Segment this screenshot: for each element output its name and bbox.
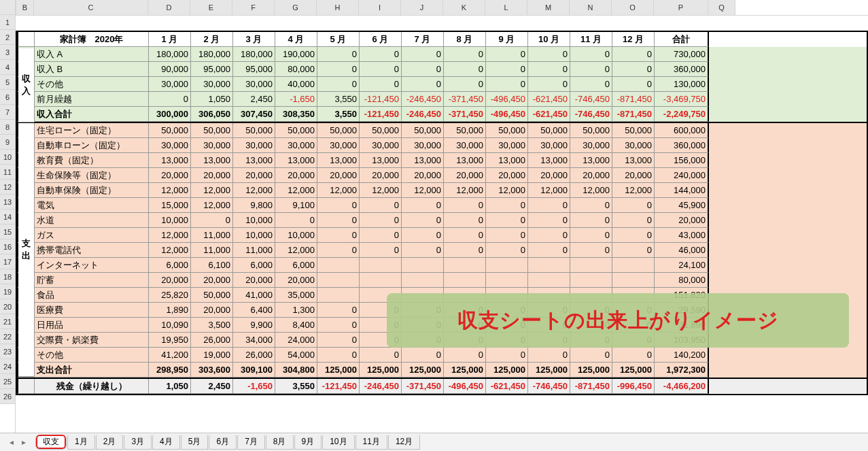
data-cell[interactable]: 0 <box>570 228 612 243</box>
data-cell[interactable]: 19,000 <box>191 348 233 363</box>
data-cell[interactable]: 303,600 <box>191 363 233 378</box>
data-cell[interactable]: 304,800 <box>275 363 317 378</box>
data-cell[interactable]: 0 <box>612 228 655 243</box>
data-cell[interactable]: 20,000 <box>275 168 317 183</box>
row-total-cell[interactable]: 140,200 <box>655 348 709 363</box>
balance-total[interactable]: -4,466,200 <box>655 379 709 394</box>
data-cell[interactable]: 50,000 <box>444 123 486 138</box>
row-header[interactable]: 5 <box>0 75 15 90</box>
data-cell[interactable]: 0 <box>402 47 444 62</box>
data-cell[interactable]: 13,000 <box>570 153 612 168</box>
data-cell[interactable]: 30,000 <box>612 138 655 153</box>
data-cell[interactable]: 0 <box>486 243 528 258</box>
balance-cell[interactable]: -871,450 <box>570 379 612 394</box>
row-header[interactable]: 10 <box>0 150 15 165</box>
data-cell[interactable]: 12,000 <box>317 183 360 198</box>
row-total-cell[interactable]: 360,000 <box>655 138 709 153</box>
data-cell[interactable]: 0 <box>444 228 486 243</box>
data-cell[interactable]: 30,000 <box>486 138 528 153</box>
data-cell[interactable]: 180,000 <box>149 47 191 62</box>
row-total-cell[interactable]: 43,000 <box>655 228 709 243</box>
data-cell[interactable]: 0 <box>444 348 486 363</box>
data-cell[interactable]: 0 <box>612 62 655 77</box>
data-cell[interactable]: 125,000 <box>317 363 360 378</box>
data-cell[interactable]: 12,000 <box>233 183 275 198</box>
balance-cell[interactable]: -121,450 <box>317 379 360 394</box>
data-cell[interactable]: 20,000 <box>233 168 275 183</box>
data-cell[interactable]: 30,000 <box>191 77 233 92</box>
balance-cell[interactable]: -1,650 <box>233 379 275 394</box>
row-total-cell[interactable]: 240,000 <box>655 168 709 183</box>
data-cell[interactable] <box>402 273 444 288</box>
row-header[interactable]: 7 <box>0 105 15 120</box>
data-cell[interactable]: 20,000 <box>191 273 233 288</box>
data-cell[interactable]: 20,000 <box>191 303 233 318</box>
balance-cell[interactable]: -996,450 <box>612 379 655 394</box>
row-header[interactable]: 8 <box>0 120 15 135</box>
data-cell[interactable]: 50,000 <box>360 123 402 138</box>
data-cell[interactable]: 50,000 <box>486 123 528 138</box>
balance-cell[interactable]: 3,550 <box>275 379 317 394</box>
data-cell[interactable]: 15,000 <box>149 198 191 213</box>
data-cell[interactable]: 125,000 <box>486 363 528 378</box>
data-cell[interactable]: 0 <box>360 77 402 92</box>
data-cell[interactable]: 20,000 <box>360 168 402 183</box>
data-cell[interactable]: 125,000 <box>528 363 570 378</box>
data-cell[interactable]: 300,000 <box>149 107 191 122</box>
row-header[interactable]: 21 <box>0 314 15 329</box>
data-cell[interactable]: 0 <box>444 243 486 258</box>
sheet-tab[interactable]: 12月 <box>388 435 420 450</box>
data-cell[interactable] <box>570 273 612 288</box>
data-cell[interactable]: 0 <box>528 198 570 213</box>
row-header[interactable]: 23 <box>0 344 15 359</box>
data-cell[interactable]: 0 <box>275 213 317 228</box>
col-header[interactable]: I <box>359 0 401 15</box>
data-cell[interactable]: -371,450 <box>444 92 486 107</box>
sheet-tab[interactable]: 3月 <box>124 435 152 450</box>
data-cell[interactable]: 20,000 <box>402 168 444 183</box>
data-cell[interactable]: 0 <box>612 348 655 363</box>
sheet-tab[interactable]: 4月 <box>152 435 180 450</box>
data-cell[interactable]: -121,450 <box>360 92 402 107</box>
data-cell[interactable]: 0 <box>402 348 444 363</box>
data-cell[interactable]: 12,000 <box>275 183 317 198</box>
row-total-cell[interactable]: 20,000 <box>655 213 709 228</box>
data-cell[interactable]: -496,450 <box>486 107 528 122</box>
data-cell[interactable]: 50,000 <box>528 123 570 138</box>
data-cell[interactable]: 12,000 <box>191 183 233 198</box>
data-cell[interactable]: 12,000 <box>149 228 191 243</box>
data-cell[interactable]: 13,000 <box>317 153 360 168</box>
data-cell[interactable]: 12,000 <box>402 183 444 198</box>
col-header[interactable]: P <box>654 0 708 15</box>
row-header[interactable]: 6 <box>0 90 15 105</box>
row-total-cell[interactable]: 360,000 <box>655 62 709 77</box>
data-cell[interactable]: 0 <box>317 62 360 77</box>
data-cell[interactable] <box>612 258 655 273</box>
row-header[interactable]: 18 <box>0 269 15 284</box>
data-cell[interactable]: 80,000 <box>275 62 317 77</box>
data-cell[interactable]: 50,000 <box>612 123 655 138</box>
data-cell[interactable]: 0 <box>317 47 360 62</box>
col-header[interactable]: F <box>232 0 275 15</box>
data-cell[interactable]: 0 <box>360 198 402 213</box>
balance-cell[interactable]: -246,450 <box>360 379 402 394</box>
data-cell[interactable]: 40,000 <box>275 77 317 92</box>
data-cell[interactable] <box>317 273 360 288</box>
data-cell[interactable]: 13,000 <box>444 153 486 168</box>
sheet-tab[interactable]: 5月 <box>181 435 209 450</box>
data-cell[interactable]: 12,000 <box>570 183 612 198</box>
balance-cell[interactable]: -746,450 <box>528 379 570 394</box>
data-cell[interactable]: 0 <box>360 213 402 228</box>
data-cell[interactable]: 6,000 <box>233 258 275 273</box>
data-cell[interactable]: 0 <box>317 333 360 348</box>
col-header[interactable]: Q <box>708 0 735 15</box>
data-cell[interactable]: 20,000 <box>570 168 612 183</box>
col-header[interactable]: O <box>612 0 654 15</box>
tab-nav-prev-icon[interactable]: ▸ <box>19 437 29 447</box>
data-cell[interactable]: 30,000 <box>570 138 612 153</box>
data-cell[interactable]: 41,200 <box>149 348 191 363</box>
data-cell[interactable]: 2,450 <box>233 92 275 107</box>
data-cell[interactable]: 12,000 <box>149 243 191 258</box>
data-cell[interactable]: 20,000 <box>317 168 360 183</box>
data-cell[interactable]: 309,100 <box>233 363 275 378</box>
